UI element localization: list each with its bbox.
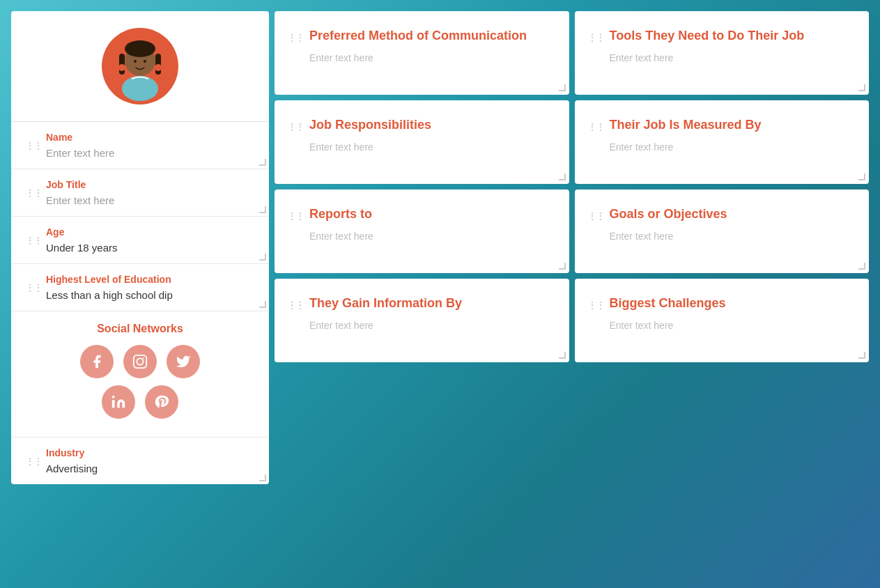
job-measured-placeholder[interactable]: Enter text here — [610, 141, 853, 153]
resize-handle — [858, 263, 865, 270]
gain-information-placeholder[interactable]: Enter text here — [309, 320, 553, 331]
resize-handle — [259, 474, 266, 481]
education-field[interactable]: Highest Level of Education Less than a h… — [11, 264, 269, 311]
svg-point-1 — [125, 40, 155, 57]
industry-value: Advertising — [46, 463, 255, 474]
gain-information-title: They Gain Information By — [309, 295, 553, 311]
svg-point-4 — [118, 64, 125, 71]
goals-title: Goals or Objectives — [610, 206, 853, 222]
reports-to-placeholder[interactable]: Enter text here — [309, 231, 553, 242]
job-measured-card: Their Job Is Measured By Enter text here — [575, 100, 870, 184]
svg-point-5 — [155, 64, 162, 71]
twitter-icon[interactable] — [167, 345, 200, 378]
gain-information-card: They Gain Information By Enter text here — [275, 279, 569, 362]
biggest-challenges-placeholder[interactable]: Enter text here — [610, 320, 853, 331]
avatar — [102, 28, 178, 105]
resize-handle — [259, 159, 266, 166]
social-networks-title: Social Networks — [97, 323, 183, 335]
industry-field[interactable]: Industry Advertising — [11, 438, 269, 484]
resize-handle — [259, 301, 266, 308]
resize-handle — [559, 352, 566, 359]
left-column: Name Enter text here Job Title Enter tex… — [11, 11, 269, 484]
svg-point-11 — [143, 357, 144, 359]
education-label: Highest Level of Education — [46, 274, 255, 285]
industry-label: Industry — [46, 447, 255, 458]
age-value: Under 18 years — [46, 242, 255, 254]
social-row-1 — [80, 345, 200, 378]
facebook-icon[interactable] — [80, 345, 114, 378]
svg-point-8 — [144, 60, 146, 63]
main-grid: Name Enter text here Job Title Enter tex… — [11, 11, 869, 484]
avatar-section — [11, 11, 269, 122]
resize-handle — [858, 84, 865, 91]
linkedin-icon[interactable] — [102, 385, 135, 419]
job-title-value: Enter text here — [46, 194, 255, 206]
job-responsibilities-title: Job Responsibilities — [309, 117, 553, 133]
job-measured-title: Their Job Is Measured By — [610, 117, 853, 133]
svg-rect-9 — [134, 355, 146, 368]
preferred-communication-card: Preferred Method of Communication Enter … — [275, 11, 569, 95]
preferred-communication-placeholder[interactable]: Enter text here — [309, 52, 553, 63]
name-field[interactable]: Name Enter text here — [11, 122, 269, 169]
reports-to-card: Reports to Enter text here — [275, 189, 569, 273]
pinterest-icon[interactable] — [145, 385, 178, 419]
job-title-label: Job Title — [46, 179, 255, 190]
resize-handle — [858, 352, 865, 359]
biggest-challenges-title: Biggest Challenges — [610, 295, 853, 311]
name-value: Enter text here — [46, 147, 255, 159]
svg-point-7 — [134, 60, 137, 63]
tools-title: Tools They Need to Do Their Job — [610, 28, 853, 44]
instagram-icon[interactable] — [123, 345, 157, 378]
reports-to-title: Reports to — [309, 206, 553, 222]
tools-placeholder[interactable]: Enter text here — [610, 52, 853, 63]
avatar-image — [105, 31, 175, 101]
social-networks-section: Social Networks — [11, 311, 269, 438]
resize-handle — [259, 206, 266, 213]
job-title-field[interactable]: Job Title Enter text here — [11, 169, 269, 217]
preferred-communication-title: Preferred Method of Communication — [309, 28, 553, 44]
job-responsibilities-card: Job Responsibilities Enter text here — [275, 100, 569, 184]
resize-handle — [858, 173, 865, 180]
resize-handle — [559, 84, 566, 91]
resize-handle — [559, 173, 566, 180]
resize-handle — [559, 263, 566, 270]
tools-card: Tools They Need to Do Their Job Enter te… — [575, 11, 870, 95]
name-label: Name — [46, 132, 255, 143]
education-value: Less than a high school dip — [46, 289, 255, 301]
svg-point-12 — [112, 396, 115, 399]
age-field[interactable]: Age Under 18 years — [11, 217, 269, 264]
biggest-challenges-card: Biggest Challenges Enter text here — [575, 279, 870, 362]
resize-handle — [259, 254, 266, 261]
goals-placeholder[interactable]: Enter text here — [610, 231, 853, 242]
job-responsibilities-placeholder[interactable]: Enter text here — [309, 141, 553, 153]
svg-point-6 — [122, 76, 158, 101]
social-row-2 — [102, 385, 178, 419]
goals-card: Goals or Objectives Enter text here — [575, 189, 870, 273]
age-label: Age — [46, 226, 255, 238]
svg-point-10 — [137, 358, 143, 364]
